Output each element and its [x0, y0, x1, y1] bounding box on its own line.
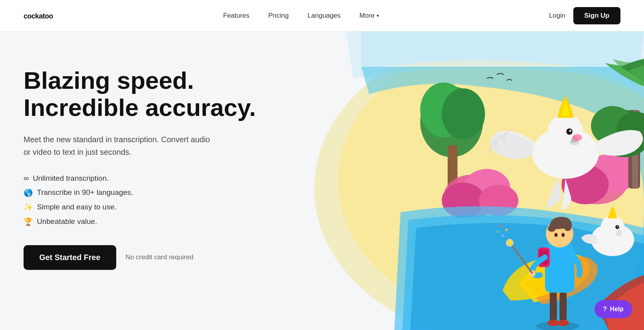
nav-actions: Login Sign Up [549, 7, 620, 24]
nav-more[interactable]: More ▾ [359, 12, 379, 20]
svg-point-27 [617, 226, 618, 227]
logo: cockatoo [24, 11, 53, 21]
chevron-down-icon: ▾ [377, 13, 379, 18]
globe-icon: 🌎 [24, 188, 33, 197]
hero-features-list: ∞ Unlimited transcription. 🌎 Transcribe … [24, 174, 256, 226]
help-icon: ? [603, 306, 607, 313]
nav-pricing[interactable]: Pricing [268, 12, 289, 20]
svg-rect-56 [560, 291, 567, 322]
svg-point-23 [573, 134, 582, 141]
svg-point-66 [507, 240, 512, 245]
nav-features[interactable]: Features [223, 12, 249, 20]
svg-point-74 [554, 233, 558, 237]
svg-point-75 [562, 233, 565, 237]
login-button[interactable]: Login [549, 12, 565, 20]
svg-point-73 [564, 225, 571, 231]
sparkle-icon: ✨ [24, 203, 33, 212]
svg-point-21 [566, 128, 573, 135]
svg-point-67 [501, 234, 504, 237]
hero-title: Blazing speed. Incredible accuracy. [24, 67, 256, 121]
hero-cta-group: Get Started Free No credit card required [24, 245, 256, 270]
nav-links: Features Pricing Languages More ▾ [223, 12, 379, 20]
feature-simple: ✨ Simple and easy to use. [24, 203, 256, 212]
get-started-button[interactable]: Get Started Free [24, 245, 116, 270]
svg-point-68 [497, 231, 499, 233]
hero-illustration [283, 31, 644, 330]
svg-point-72 [548, 226, 556, 232]
svg-rect-55 [550, 291, 557, 322]
nav-languages[interactable]: Languages [307, 12, 340, 20]
help-button[interactable]: ? Help [595, 300, 632, 318]
feature-unlimited: ∞ Unlimited transcription. [24, 174, 256, 183]
svg-point-58 [557, 320, 569, 326]
svg-point-5 [442, 88, 485, 139]
svg-point-70 [499, 225, 502, 227]
signup-button[interactable]: Sign Up [573, 7, 620, 24]
infinity-icon: ∞ [24, 174, 29, 183]
trophy-icon: 🏆 [24, 217, 33, 226]
svg-point-22 [569, 130, 571, 132]
feature-value: 🏆 Unbeatable value. [24, 217, 256, 226]
svg-point-69 [505, 229, 508, 231]
cta-note: No credit card required [126, 253, 194, 261]
feature-languages: 🌎 Transcribe in 90+ languages. [24, 188, 256, 197]
hero-subtitle: Meet the new standard in transcription. … [24, 133, 212, 158]
hero-section: Blazing speed. Incredible accuracy. Meet… [0, 31, 644, 330]
hero-content: Blazing speed. Incredible accuracy. Meet… [24, 59, 256, 270]
navigation: cockatoo Features Pricing Languages More… [0, 0, 644, 31]
